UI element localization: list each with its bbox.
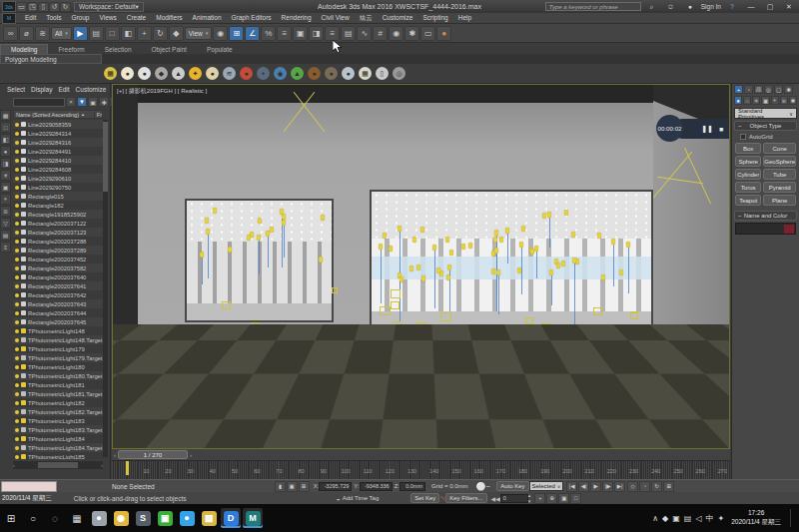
frame-back-icon[interactable]: ‹ bbox=[114, 452, 116, 458]
list-item[interactable]: TPhotometricLight183 bbox=[13, 416, 103, 425]
undo-icon[interactable]: ↺ bbox=[49, 2, 60, 12]
keyboard-icon[interactable]: ▤ bbox=[722, 376, 729, 386]
x-coordinate-field[interactable]: -3295.729 bbox=[319, 482, 352, 491]
tripod-icon[interactable]: ⌖ bbox=[257, 67, 270, 80]
list-item[interactable]: Line2029284316 bbox=[13, 138, 103, 147]
app-notes[interactable]: ▣ bbox=[155, 508, 175, 528]
primitive-category-dropdown[interactable]: Standard Primitives∨ bbox=[734, 108, 797, 119]
select-object-icon[interactable]: ▶ bbox=[73, 26, 88, 41]
primitive-button-cone[interactable]: Cone bbox=[763, 143, 796, 154]
perspective-viewport[interactable]: [+] [ 摄影机2019FGH ] [ Realistic ] 在3dsmax… bbox=[112, 84, 730, 449]
primitive-button-cylinder[interactable]: Cylinder bbox=[735, 169, 761, 180]
list-item[interactable]: Rectangle2002037582 bbox=[13, 264, 103, 272]
list-item[interactable]: Rectangle2002037122 bbox=[13, 219, 103, 228]
display-helpers-icon[interactable]: ⌖ bbox=[0, 194, 11, 205]
primitive-button-plane[interactable]: Plane bbox=[763, 195, 796, 206]
primitive-button-box[interactable]: Box bbox=[735, 143, 761, 154]
pause-icon[interactable]: ❚❚ bbox=[701, 125, 713, 133]
list-item[interactable]: Line2029058359 bbox=[13, 120, 103, 129]
render-production-icon[interactable]: ● bbox=[436, 26, 451, 41]
time-caret[interactable] bbox=[126, 461, 129, 475]
explorer-menu-customize[interactable]: Customize bbox=[76, 86, 107, 96]
display-none-icon[interactable]: □ bbox=[0, 122, 11, 133]
star-shape-icon[interactable]: ✦ bbox=[189, 67, 202, 80]
offset-lock-icon[interactable]: ▣ bbox=[287, 481, 298, 492]
app-chrome[interactable]: ◉ bbox=[111, 508, 131, 528]
explorer-menu-display[interactable]: Display bbox=[31, 86, 52, 96]
move-icon[interactable]: + bbox=[137, 26, 152, 41]
list-item[interactable]: Rectangle1918525902 bbox=[13, 210, 103, 219]
list-item[interactable]: TPhotometricLight179 bbox=[13, 344, 103, 353]
key-lock-icon[interactable]: ⚪− bbox=[476, 482, 491, 491]
mirror-icon[interactable]: ◨ bbox=[309, 26, 324, 41]
rendered-frame-icon[interactable]: ▭ bbox=[420, 26, 435, 41]
minimize-button[interactable]: — bbox=[743, 1, 759, 12]
louver-icon[interactable]: ≋ bbox=[223, 67, 236, 80]
shapes-cat-icon[interactable]: ∩ bbox=[743, 96, 751, 105]
list-item[interactable]: Rectangle2002037123 bbox=[13, 228, 103, 237]
list-item[interactable]: Line2029284314 bbox=[13, 129, 103, 138]
pick-icon[interactable]: ✚ bbox=[99, 97, 109, 107]
menu-group[interactable]: Group bbox=[66, 14, 94, 23]
list-item[interactable]: Line2029284491 bbox=[13, 147, 103, 156]
list-item[interactable]: TPhotometricLight181.Target bbox=[13, 389, 103, 398]
menu-views[interactable]: Views bbox=[94, 14, 121, 23]
list-item[interactable]: TPhotometricLight185 bbox=[13, 452, 103, 459]
key-filters-button[interactable]: Key Filters... bbox=[445, 493, 486, 503]
unlink-icon[interactable]: ø bbox=[19, 26, 34, 41]
list-item[interactable]: Rectangle2002037641 bbox=[13, 281, 103, 290]
auto-key-button[interactable]: Auto Key bbox=[496, 481, 528, 491]
community-icon[interactable]: ✩ bbox=[663, 1, 679, 12]
zh-mode-icon[interactable]: 中 bbox=[692, 376, 699, 386]
hierarchy-tab-icon[interactable]: 品 bbox=[754, 85, 763, 94]
emoji-icon[interactable]: ◎ bbox=[708, 376, 714, 386]
lock-icon[interactable]: ▣ bbox=[88, 97, 98, 107]
max-menu-badge[interactable]: M bbox=[2, 13, 16, 24]
sphere-primitive-icon[interactable]: ● bbox=[121, 67, 134, 80]
schematic-view-icon[interactable]: # bbox=[373, 26, 388, 41]
explorer-vertical-scrollbar[interactable] bbox=[103, 120, 108, 457]
network-icon[interactable]: ▤ bbox=[684, 513, 692, 524]
frame-spinner[interactable]: ▴▾ bbox=[528, 492, 531, 504]
select-link-icon[interactable]: ∞ bbox=[3, 26, 18, 41]
window-crossing-icon[interactable]: ◧ bbox=[121, 26, 136, 41]
cameras-cat-icon[interactable]: ▣ bbox=[761, 96, 769, 105]
box-primitive-icon[interactable]: ▦ bbox=[104, 67, 117, 80]
battery-icon[interactable]: ▯ bbox=[376, 67, 389, 80]
time-slider-button[interactable]: 1 / 270 bbox=[118, 450, 188, 459]
point-helper-icon[interactable]: ● bbox=[240, 67, 253, 80]
menu-create[interactable]: Create bbox=[122, 14, 152, 23]
set-key-button[interactable]: Set Key bbox=[410, 493, 439, 503]
motion-tab-icon[interactable]: ◎ bbox=[764, 85, 773, 94]
search-go-icon[interactable]: ⌕ bbox=[644, 1, 660, 12]
systems-cat-icon[interactable]: ✱ bbox=[789, 96, 797, 105]
fov-icon[interactable]: ◔ bbox=[639, 481, 650, 492]
close-button[interactable]: ✕ bbox=[781, 1, 797, 12]
list-item[interactable]: TPhotometricLight182 bbox=[13, 398, 103, 407]
ball-icon[interactable]: ● bbox=[342, 67, 355, 80]
ribbon-tab-selection[interactable]: Selection bbox=[95, 45, 142, 54]
geosphere-primitive-icon[interactable]: ● bbox=[138, 67, 151, 80]
open-file-icon[interactable]: ◳ bbox=[27, 2, 38, 12]
menu-炫云[interactable]: 炫云 bbox=[355, 14, 378, 23]
ribbon-tab-freeform[interactable]: Freeform bbox=[48, 45, 94, 54]
app-3dsmax[interactable]: M bbox=[243, 508, 263, 528]
zoom-icon[interactable]: + bbox=[534, 493, 545, 504]
list-item[interactable]: TPhotometricLight183.Target bbox=[13, 425, 103, 434]
filter-icon[interactable]: ▤ bbox=[0, 230, 11, 241]
display-invert-icon[interactable]: ◧ bbox=[0, 134, 11, 145]
new-file-icon[interactable]: ▭ bbox=[16, 2, 27, 12]
globe-icon[interactable]: ◉ bbox=[274, 67, 287, 80]
menu-animation[interactable]: Animation bbox=[188, 14, 227, 23]
primitive-button-pyramid[interactable]: Pyramid bbox=[763, 182, 796, 193]
display-geometry-icon[interactable]: ● bbox=[0, 146, 11, 157]
name-color-rollout[interactable]: −Name and Color bbox=[734, 211, 797, 221]
help-icon[interactable]: ◎ bbox=[393, 67, 405, 80]
menu-scripting[interactable]: Scripting bbox=[417, 14, 452, 23]
list-item[interactable]: Line2029284608 bbox=[13, 165, 103, 174]
list-item[interactable]: TPhotometricLight179.Target bbox=[13, 353, 103, 362]
helpers-cat-icon[interactable]: ⌖ bbox=[771, 96, 779, 105]
list-item[interactable]: Rectangle2002037452 bbox=[13, 255, 103, 264]
pen-icon[interactable]: ✎ bbox=[729, 125, 730, 133]
create-tab-icon[interactable]: + bbox=[734, 85, 743, 94]
